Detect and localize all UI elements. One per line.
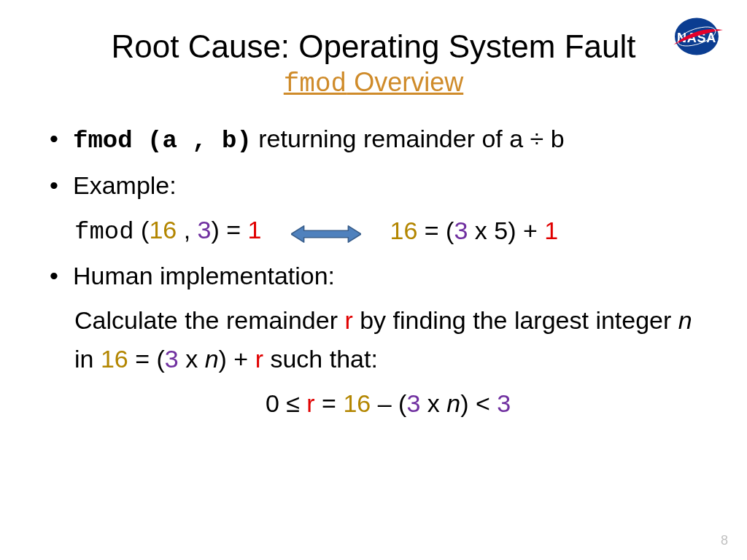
subtitle-mono: fmod — [284, 69, 347, 99]
fmod-signature: fmod (a , b) — [73, 127, 252, 155]
example-lhs: fmod (16 , 3) = 1 — [74, 211, 262, 252]
slide-subtitle: fmod Overview — [44, 67, 703, 99]
slide: NASA Root Cause: Operating System Fault … — [0, 0, 747, 560]
slide-title: Root Cause: Operating System Fault — [44, 29, 703, 64]
bullet-example-label: Example: — [73, 166, 703, 205]
double-arrow-icon — [291, 219, 361, 244]
example-line: fmod (16 , 3) = 1 16 = (3 x 5) + 1 — [73, 211, 703, 252]
nasa-logo-icon: NASA — [668, 15, 725, 58]
bullet-human-impl: Human implementation: — [73, 257, 703, 295]
example-rhs: 16 = (3 x 5) + 1 — [390, 211, 559, 250]
human-impl-text: Calculate the remainder r by finding the… — [73, 301, 703, 378]
inequality-line: 0 ≤ r = 16 – (3 x n) < 3 — [73, 384, 703, 423]
subtitle-rest: Overview — [347, 67, 463, 97]
bullet-list: fmod (a , b) returning remainder of a ÷ … — [44, 120, 703, 422]
bullet-fmod-def: fmod (a , b) returning remainder of a ÷ … — [73, 120, 703, 160]
svg-marker-3 — [291, 225, 361, 241]
fmod-desc: returning remainder of a ÷ b — [252, 125, 565, 152]
page-number: 8 — [721, 533, 728, 548]
